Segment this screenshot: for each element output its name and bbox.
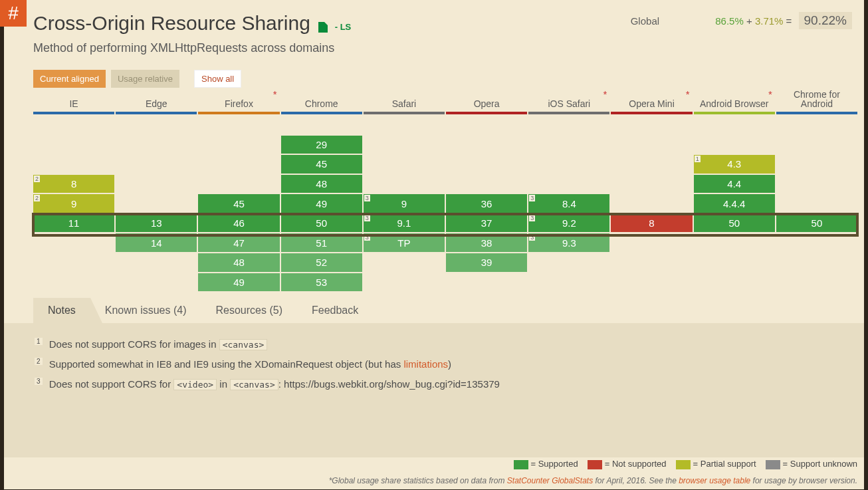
feature-title: Cross-Origin Resource Sharing [33,12,310,34]
version-cell[interactable]: 39 [446,253,527,272]
filter-show-all[interactable]: Show all [194,70,241,88]
statcounter-link[interactable]: StatCounter GlobalStats [507,476,593,485]
browser-column-edge: Edge1314 [116,90,197,291]
version-cell[interactable]: 93 [364,194,445,213]
version-cell[interactable]: 13 [116,214,197,233]
version-cell[interactable]: 50 [694,214,775,233]
version-cell[interactable]: 4.31 [694,155,775,174]
version-cell[interactable]: 11 [33,214,114,233]
feature-description: Method of performing XMLHttpRequests acr… [4,35,864,55]
version-cell[interactable]: 9.13 [364,214,445,233]
version-cell[interactable]: 49 [281,194,362,213]
footer-note: *Global usage share statistics based on … [329,476,857,485]
version-cell[interactable]: 48 [198,253,279,272]
browser-column-chrome-for-android: Chrome for Android50 [776,90,857,291]
browser-column-opera: Opera36373839 [446,90,527,291]
version-cell[interactable]: 8 [611,214,692,233]
document-icon [318,22,328,33]
limitations-link[interactable]: limitations [403,358,448,370]
browser-header[interactable]: Firefox* [198,90,279,114]
version-cell[interactable]: 50 [281,214,362,233]
global-label: Global [631,15,659,27]
note-3: 3 Does not support CORS for <video> in <… [35,378,851,390]
version-cell[interactable]: 46 [198,214,279,233]
version-cell[interactable]: 9.23 [528,214,609,233]
version-cell[interactable]: 45 [198,194,279,213]
version-cell[interactable]: 8.43 [528,194,609,213]
browser-column-ie: IE829211 [33,90,114,291]
browser-usage-link[interactable]: browser usage table [679,476,750,485]
version-cell[interactable]: 36 [446,194,527,213]
version-cell[interactable]: 45 [281,155,362,174]
browser-header[interactable]: iOS Safari* [528,90,609,114]
filter-current-aligned[interactable]: Current aligned [33,70,106,88]
tab-known-issues[interactable]: Known issues (4) [90,298,201,323]
browser-column-chrome: Chrome2945484950515253 [281,90,362,291]
browser-header[interactable]: Chrome [281,90,362,114]
browser-header[interactable]: Opera Mini* [611,90,692,114]
version-cell[interactable]: 48 [281,175,362,193]
browser-column-safari: Safari939.13TP3 [364,90,445,291]
browser-column-firefox: Firefox*4546474849 [198,90,279,291]
version-cell[interactable]: 4.4 [694,175,775,193]
note-2: 2 Supported somewhat in IE8 and IE9 usin… [35,358,851,370]
hash-badge[interactable]: # [0,0,27,27]
version-cell[interactable]: 82 [33,175,114,193]
pct-full: 86.5% [715,15,744,27]
browser-header[interactable]: Android Browser* [694,90,775,114]
browser-header[interactable]: Chrome for Android [776,90,857,114]
version-cell[interactable]: 92 [33,194,114,213]
version-cell[interactable]: 53 [281,273,362,292]
browser-column-opera-mini: Opera Mini*8 [611,90,692,291]
version-cell[interactable]: 38 [446,233,527,252]
version-cell[interactable]: 50 [776,214,857,233]
version-cell[interactable]: 52 [281,253,362,272]
version-cell[interactable]: 14 [116,233,197,252]
version-cell[interactable]: 29 [281,136,362,154]
version-cell[interactable]: 37 [446,214,527,233]
browser-column-android-browser: Android Browser*4.314.44.4.450 [694,90,775,291]
note-1: 1 Does not support CORS for images in <c… [35,338,851,350]
tab-notes[interactable]: Notes [33,298,90,323]
filter-usage-relative[interactable]: Usage relative [111,70,179,88]
legend: = Supported = Not supported = Partial su… [514,459,858,469]
browser-column-ios-safari: iOS Safari*8.439.239.33 [528,90,609,291]
version-cell[interactable]: 47 [198,233,279,252]
pct-partial: 3.71% [755,15,784,27]
version-cell[interactable]: 49 [198,273,279,292]
version-cell[interactable]: 9.33 [528,233,609,252]
tab-resources[interactable]: Resources (5) [201,298,297,323]
pct-total: 90.22% [799,12,852,29]
tab-feedback[interactable]: Feedback [297,298,373,323]
browser-header[interactable]: Edge [116,90,197,114]
browser-header[interactable]: Safari [364,90,445,114]
version-cell[interactable]: 51 [281,233,362,252]
version-cell[interactable]: 4.4.4 [694,194,775,213]
browser-header[interactable]: Opera [446,90,527,114]
status-badge: - LS [335,22,352,32]
version-cell[interactable]: TP3 [364,233,445,252]
browser-header[interactable]: IE [33,90,114,114]
global-stats: Global 86.5% + 3.71% = 90.22% [631,12,852,29]
